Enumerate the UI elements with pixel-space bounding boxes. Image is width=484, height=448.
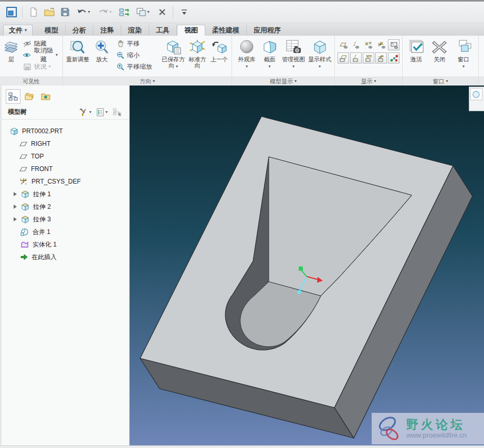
customize-toolbar-icon[interactable] [177,5,191,19]
unhide-button[interactable]: 取消隐藏 ▾ [20,49,60,61]
window-switch-icon[interactable]: ▾ [132,5,153,19]
tree-tools-button[interactable]: ▾ [77,106,94,118]
sections-button[interactable]: 截面▾ [260,37,279,76]
redo-dropdown-icon: ▾ [109,10,111,14]
saved-orientations-icon [165,38,182,56]
tree-item-part[interactable]: PRT0002.PRT [2,125,129,137]
ribbon-filler [479,36,484,86]
tab-annotate[interactable]: 注释 [93,25,121,36]
layers-button[interactable]: 层 [3,37,19,76]
navigator-tabs [2,86,129,104]
point-display-toggle[interactable] [363,39,374,50]
tree-item-datum-top[interactable]: TOP [2,150,129,163]
tree-item-merge[interactable]: 合并 1 [2,226,129,238]
standard-orientation-button[interactable]: 标准方向 [186,37,208,76]
tree-select-button[interactable] [110,106,125,118]
expand-icon[interactable] [13,205,17,209]
windows-button[interactable]: 窗口▾ [451,37,476,76]
tab-analysis[interactable]: 分析 [66,25,93,36]
pan-zoom-button[interactable]: 平移缩放 [114,61,160,72]
folder-browser-tab[interactable] [22,89,37,104]
graphics-viewport[interactable]: 野火论坛 www.proewildfire.cn [130,86,484,445]
open-icon[interactable] [42,5,56,19]
svg-text:y: y [20,178,22,180]
navigator-panel: 模型树 ▾ ▾ PRT0002.PRT [0,86,130,445]
activate-button[interactable]: 激活 [405,37,427,76]
expand-icon[interactable] [13,192,17,196]
csys-tag-toggle[interactable] [375,52,387,63]
unhide-icon [23,51,31,59]
tree-item-insert-here[interactable]: 在此插入 [2,251,129,263]
group-label-model-display: 模型显示▾ [232,77,334,86]
favorites-tab[interactable] [38,89,53,104]
extrude-icon [21,216,29,223]
activate-icon [408,38,425,56]
tree-item-csys[interactable]: xy PRT_CSYS_DEF [2,175,129,188]
pan-button[interactable]: 平移 [114,38,160,49]
group-label-orientation: 方向▾ [63,77,232,86]
toolbar-divider [22,6,23,18]
app-window-icon[interactable] [4,5,18,19]
tab-model[interactable]: 模型 [38,25,66,36]
3d-scene[interactable] [130,86,484,445]
tab-tools[interactable]: 工具 [149,25,177,36]
saved-orientations-dropdown-icon: ▾ [176,64,178,69]
model-tree-icon [8,92,18,101]
redo-icon[interactable]: ▾ [95,5,115,19]
axis-tag-toggle[interactable] [350,52,362,63]
saved-orientations-button[interactable]: 已保存方向 ▾ [161,37,185,76]
tree-select-icon [113,108,122,116]
tree-item-datum-right[interactable]: RIGHT [2,137,129,150]
manage-views-button[interactable]: 管理视图▾ [280,37,307,76]
tab-applications[interactable]: 应用程序 [247,25,288,36]
model-tree-title: 模型树 [8,108,27,116]
refit-button[interactable]: 重新调整 [66,37,90,76]
tree-item-extrude-3[interactable]: 拉伸 3 [2,213,129,226]
annotation-display-toggle[interactable] [388,39,399,50]
ribbon-group-visibility: 层 隐藏 取消隐藏 ▾ 状况 ▾ [0,36,63,86]
regenerate-icon[interactable] [117,5,131,19]
appearance-gallery-button[interactable]: 外观库▾ [235,37,259,76]
new-file-icon[interactable] [26,5,40,19]
spin-center-mini-button[interactable] [470,88,482,100]
tree-item-extrude-2[interactable]: 拉伸 2 [2,200,129,213]
status-bar [0,445,484,448]
expand-icon[interactable] [13,217,17,221]
save-icon[interactable] [58,5,72,19]
hide-icon [23,40,31,48]
close-window-button[interactable]: 关闭 [428,37,450,76]
tree-item-extrude-1[interactable]: 拉伸 1 [2,188,129,200]
model-tree-tab[interactable] [6,89,20,104]
close-window-icon [432,38,447,56]
tab-view[interactable]: 视图 [177,25,205,36]
previous-orientation-button[interactable]: 上一个 [209,37,229,76]
datum-display-toggle[interactable] [338,39,349,50]
status-button[interactable]: 状况 ▾ [20,61,60,72]
undo-icon[interactable]: ▾ [73,5,93,19]
file-menu-button[interactable]: 文件▾ [3,25,33,36]
folder-browser-icon [24,92,35,101]
pan-zoom-icon [116,63,125,71]
close-icon[interactable] [155,5,169,19]
csys-display-toggle[interactable] [375,39,387,50]
spin-center-toggle[interactable] [388,52,399,63]
zoom-out-button[interactable]: 缩小 [114,49,160,61]
axis-display-toggle[interactable] [350,39,362,50]
tab-render[interactable]: 渲染 [121,25,149,36]
tab-flexible-modeling[interactable]: 柔性建模 [205,25,247,36]
point-tag-toggle[interactable] [363,52,374,63]
tree-item-datum-front[interactable]: FRONT [2,163,129,175]
tree-item-solidify[interactable]: 实体化 1 [2,238,129,251]
group-label-show: 显示▾ [335,77,402,86]
merge-icon [20,228,29,236]
manage-views-dropdown-icon: ▾ [292,64,294,69]
datum-plane-icon [19,166,27,172]
previous-orientation-icon [211,38,228,56]
display-style-icon [311,38,328,56]
zoom-in-button[interactable]: 放大 [91,37,113,76]
display-style-button[interactable]: 显示样式 ▾ [308,37,332,76]
status-dropdown-icon: ▾ [48,65,50,69]
tree-filters-button[interactable]: ▾ [94,106,110,118]
datum-tag-toggle[interactable] [338,52,349,63]
insert-here-icon [20,254,28,260]
